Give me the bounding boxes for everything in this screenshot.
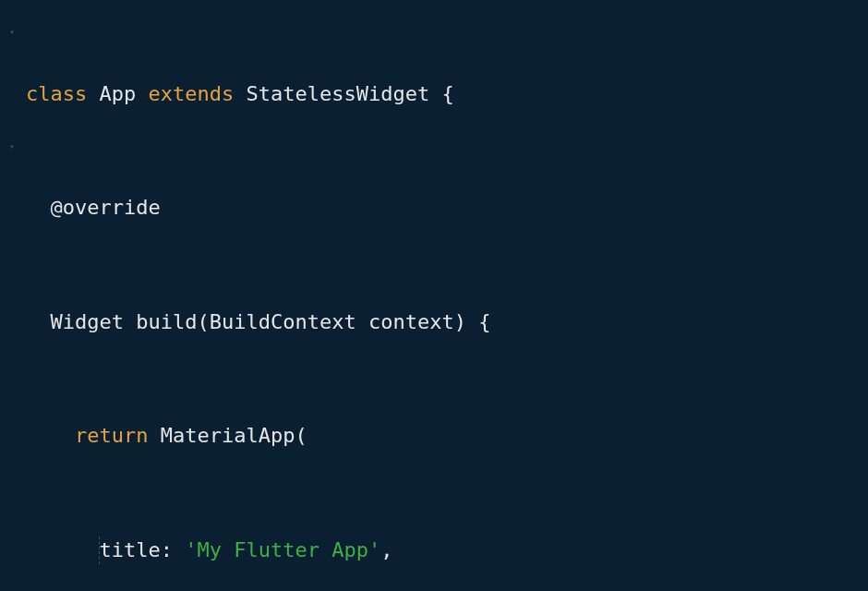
string-literal: 'My Flutter App' <box>185 538 380 561</box>
paren-close: ) <box>454 310 466 333</box>
code-line[interactable]: @override <box>26 194 868 251</box>
param-name: context <box>368 310 454 333</box>
method-name: build <box>136 310 197 333</box>
code-line[interactable]: class App extends StatelessWidget { <box>26 80 868 138</box>
fold-marker-icon[interactable]: ▾ <box>9 26 15 39</box>
param-type: BuildContext <box>210 310 356 333</box>
keyword-return: return <box>75 424 148 447</box>
paren-open: ( <box>295 424 307 447</box>
code-line[interactable]: title: 'My Flutter App', <box>26 537 868 591</box>
keyword-extends: extends <box>148 82 234 105</box>
class-name: App <box>99 82 136 105</box>
fold-marker-icon[interactable]: ▾ <box>9 140 15 153</box>
code-content[interactable]: class App extends StatelessWidget { @ove… <box>26 23 868 591</box>
override-annotation: @override <box>51 196 161 219</box>
brace-open: { <box>441 82 453 105</box>
brace-open: { <box>478 310 490 333</box>
code-editor[interactable]: ▾ ▾ class App extends StatelessWidget { … <box>0 0 868 591</box>
named-param: title <box>99 538 160 561</box>
code-line[interactable]: return MaterialApp( <box>26 422 868 479</box>
constructor-name: MaterialApp <box>161 424 295 447</box>
paren-open: ( <box>197 310 209 333</box>
comma: , <box>380 538 392 561</box>
code-line[interactable]: Widget build(BuildContext context) { <box>26 308 868 366</box>
colon: : <box>161 538 173 561</box>
return-type: Widget <box>51 310 124 333</box>
base-class-name: StatelessWidget <box>246 82 429 105</box>
keyword-class: class <box>26 82 87 105</box>
editor-gutter: ▾ ▾ <box>0 23 26 591</box>
